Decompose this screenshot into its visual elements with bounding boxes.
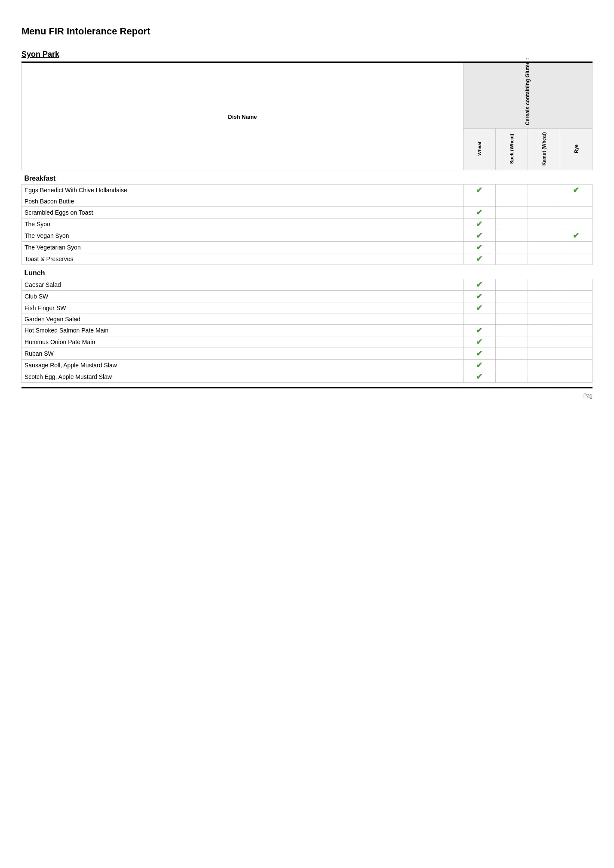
allergen-cell-spelt	[495, 291, 528, 302]
allergen-cell-rye	[560, 325, 592, 336]
allergen-cell-wheat: ✔	[463, 207, 495, 219]
table-row: Garden Vegan Salad	[22, 314, 593, 325]
allergen-cell-rye	[560, 242, 592, 253]
section-title-1: Lunch	[22, 265, 593, 279]
allergen-cell-spelt	[495, 314, 528, 325]
table-row: Caesar Salad✔	[22, 279, 593, 291]
table-row: Toast & Preserves✔	[22, 253, 593, 265]
allergen-cell-kamut	[528, 371, 560, 383]
col-rye: Rye	[560, 129, 592, 170]
allergen-cell-rye	[560, 291, 592, 302]
allergen-cell-kamut	[528, 242, 560, 253]
section-header-0: Breakfast	[22, 170, 593, 185]
allergen-cell-wheat	[463, 314, 495, 325]
allergen-cell-kamut	[528, 253, 560, 265]
allergen-cell-wheat: ✔	[463, 219, 495, 230]
allergen-cell-kamut	[528, 230, 560, 242]
allergen-cell-kamut	[528, 314, 560, 325]
dish-name: Garden Vegan Salad	[22, 314, 464, 325]
allergen-cell-kamut	[528, 360, 560, 371]
allergen-cell-wheat: ✔	[463, 371, 495, 383]
table-row: Hot Smoked Salmon Pate Main✔	[22, 325, 593, 336]
allergen-cell-rye	[560, 360, 592, 371]
dish-name: The Syon	[22, 219, 464, 230]
table-row: The Syon✔	[22, 219, 593, 230]
dish-name: Toast & Preserves	[22, 253, 464, 265]
allergen-cell-kamut	[528, 279, 560, 291]
allergen-cell-rye: ✔	[560, 230, 592, 242]
dish-name: Ruban SW	[22, 348, 464, 360]
allergen-cell-wheat: ✔	[463, 185, 495, 196]
allergen-cell-wheat: ✔	[463, 336, 495, 348]
allergen-cell-spelt	[495, 348, 528, 360]
table-row: Sausage Roll, Apple Mustard Slaw✔	[22, 360, 593, 371]
table-row: Club SW✔	[22, 291, 593, 302]
dish-name: Caesar Salad	[22, 279, 464, 291]
table-row: Scrambled Eggs on Toast✔	[22, 207, 593, 219]
allergen-cell-kamut	[528, 185, 560, 196]
section-title-0: Breakfast	[22, 170, 593, 185]
allergen-cell-rye: ✔	[560, 185, 592, 196]
allergen-cell-rye	[560, 302, 592, 314]
allergen-cell-wheat	[463, 196, 495, 207]
dish-name: Hummus Onion Pate Main	[22, 336, 464, 348]
allergen-cell-kamut	[528, 196, 560, 207]
allergen-cell-spelt	[495, 279, 528, 291]
allergen-cell-rye	[560, 336, 592, 348]
allergen-cell-rye	[560, 314, 592, 325]
allergen-cell-spelt	[495, 302, 528, 314]
allergen-group-header: Cereals containing Gluten :	[463, 63, 592, 129]
table-row: Fish Finger SW✔	[22, 302, 593, 314]
dish-name: Eggs Benedict With Chive Hollandaise	[22, 185, 464, 196]
section-header-1: Lunch	[22, 265, 593, 279]
allergen-cell-rye	[560, 253, 592, 265]
allergen-cell-kamut	[528, 348, 560, 360]
col-spelt: Spelt (Wheat)	[495, 129, 528, 170]
dish-name: The Vegan Syon	[22, 230, 464, 242]
page-title: Menu FIR Intolerance Report	[21, 26, 593, 37]
allergen-cell-spelt	[495, 253, 528, 265]
allergen-cell-kamut	[528, 325, 560, 336]
allergen-cell-spelt	[495, 185, 528, 196]
table-row: The Vegetarian Syon✔	[22, 242, 593, 253]
allergen-cell-wheat: ✔	[463, 348, 495, 360]
allergen-cell-wheat: ✔	[463, 325, 495, 336]
allergen-cell-wheat: ✔	[463, 230, 495, 242]
page-footer: Pag	[21, 393, 593, 399]
table-row: Eggs Benedict With Chive Hollandaise✔✔	[22, 185, 593, 196]
allergen-cell-spelt	[495, 336, 528, 348]
allergen-cell-wheat: ✔	[463, 302, 495, 314]
allergen-cell-spelt	[495, 207, 528, 219]
table-row: Posh Bacon Buttie	[22, 196, 593, 207]
table-row: Ruban SW✔	[22, 348, 593, 360]
dish-name: Scrambled Eggs on Toast	[22, 207, 464, 219]
allergen-cell-rye	[560, 279, 592, 291]
allergen-cell-spelt	[495, 219, 528, 230]
allergen-cell-kamut	[528, 302, 560, 314]
allergen-cell-spelt	[495, 230, 528, 242]
allergen-cell-spelt	[495, 196, 528, 207]
dish-name: The Vegetarian Syon	[22, 242, 464, 253]
intolerance-table: Dish Name Cereals containing Gluten : Wh…	[21, 63, 593, 383]
allergen-cell-spelt	[495, 360, 528, 371]
allergen-cell-kamut	[528, 336, 560, 348]
dish-name: Club SW	[22, 291, 464, 302]
dish-name: Fish Finger SW	[22, 302, 464, 314]
allergen-cell-rye	[560, 196, 592, 207]
allergen-cell-kamut	[528, 291, 560, 302]
allergen-cell-rye	[560, 371, 592, 383]
allergen-cell-wheat: ✔	[463, 360, 495, 371]
allergen-cell-rye	[560, 207, 592, 219]
allergen-cell-kamut	[528, 207, 560, 219]
allergen-cell-wheat: ✔	[463, 279, 495, 291]
col-kamut: Kamut (Wheat)	[528, 129, 560, 170]
dish-name: Sausage Roll, Apple Mustard Slaw	[22, 360, 464, 371]
allergen-cell-wheat: ✔	[463, 253, 495, 265]
allergen-cell-kamut	[528, 219, 560, 230]
dish-name: Scotch Egg, Apple Mustard Slaw	[22, 371, 464, 383]
dish-name: Hot Smoked Salmon Pate Main	[22, 325, 464, 336]
allergen-cell-rye	[560, 348, 592, 360]
dish-name: Posh Bacon Buttie	[22, 196, 464, 207]
allergen-cell-spelt	[495, 371, 528, 383]
allergen-cell-wheat: ✔	[463, 291, 495, 302]
